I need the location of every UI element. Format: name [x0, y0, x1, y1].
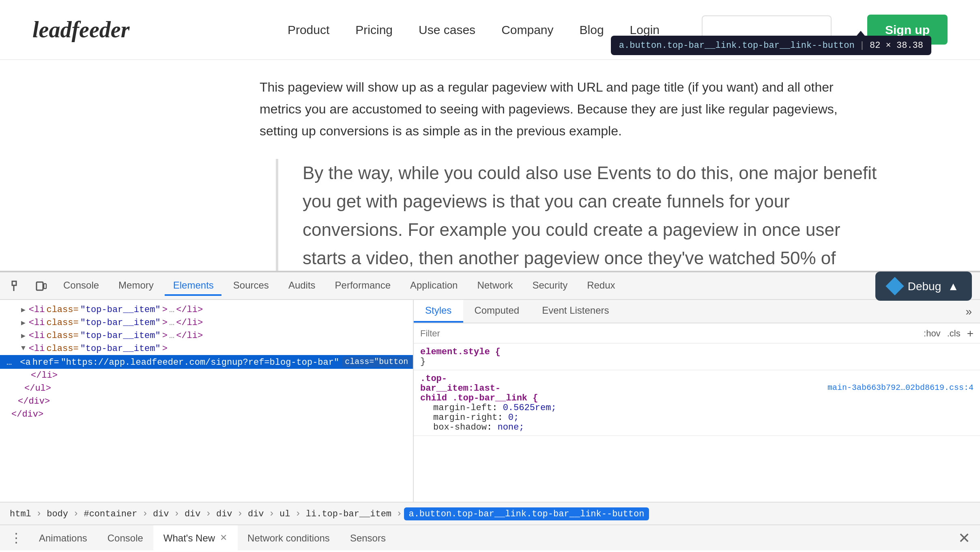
bottom-tab-whats-new[interactable]: What's New ✕: [154, 525, 238, 551]
logo: leadfeeder: [32, 17, 129, 43]
main-content: This pageview will show up as a regular …: [0, 60, 980, 271]
tab-application[interactable]: Application: [402, 276, 466, 295]
dom-triangle-3[interactable]: ▶: [21, 331, 26, 340]
dom-row-1[interactable]: ▶ <li class="top-bar__item">…</li>: [0, 303, 413, 316]
bottom-tab-sensors[interactable]: Sensors: [340, 525, 396, 551]
breadcrumb-sep-1: ›: [36, 508, 42, 519]
bottom-tabs-more[interactable]: ⋮: [3, 530, 29, 546]
nav-product[interactable]: Product: [288, 23, 329, 36]
breadcrumb-div2[interactable]: div: [181, 507, 204, 520]
dom-row-9[interactable]: </div>: [0, 408, 413, 421]
dom-row-3[interactable]: ▶ <li class="top-bar__item">…</li>: [0, 329, 413, 342]
tab-performance[interactable]: Performance: [327, 276, 399, 295]
breadcrumb-sep-9: ›: [396, 508, 402, 519]
dom-row-selected[interactable]: … <a href="https://app.leadfeeder.com/si…: [0, 355, 413, 369]
styles-tab-styles[interactable]: Styles: [414, 300, 463, 323]
svg-rect-0: [12, 281, 16, 285]
nav-use-cases[interactable]: Use cases: [419, 23, 475, 36]
tab-redux[interactable]: Redux: [579, 276, 623, 295]
dom-triangle-4[interactable]: ▼: [21, 344, 26, 353]
breadcrumb-ul[interactable]: ul: [276, 507, 293, 520]
breadcrumb-bar: html › body › #container › div › div › d…: [0, 502, 980, 524]
breadcrumb-li[interactable]: li.top-bar__item: [303, 507, 395, 520]
bottom-tab-animations[interactable]: Animations: [29, 525, 98, 551]
tab-elements[interactable]: Elements: [165, 276, 222, 295]
breadcrumb-sep-3: ›: [142, 508, 148, 519]
styles-tabs: Styles Computed Event Listeners »: [414, 300, 980, 323]
devtools-body: ▶ <li class="top-bar__item">…</li> ▶ <li…: [0, 300, 980, 502]
dom-triangle-1[interactable]: ▶: [21, 305, 26, 314]
nav-login[interactable]: Login: [630, 23, 660, 36]
elements-panel: ▶ <li class="top-bar__item">…</li> ▶ <li…: [0, 300, 414, 502]
breadcrumb-div1[interactable]: div: [150, 507, 172, 520]
breadcrumb-sep-7: ›: [269, 508, 275, 519]
navbar: leadfeeder Product Pricing Use cases Com…: [0, 0, 980, 60]
svg-rect-3: [44, 283, 46, 288]
dom-triangle-2[interactable]: ▶: [21, 318, 26, 327]
dom-row-2[interactable]: ▶ <li class="top-bar__item">…</li>: [0, 316, 413, 329]
dom-row-6[interactable]: </li>: [0, 369, 413, 382]
tab-memory[interactable]: Memory: [110, 276, 162, 295]
main-paragraph: This pageview will show up as a regular …: [260, 76, 860, 142]
breadcrumb-anchor[interactable]: a.button.top-bar__link.top-bar__link--bu…: [404, 507, 649, 520]
tooltip-size: 82 × 38.38: [870, 41, 923, 50]
breadcrumb-div4[interactable]: div: [245, 507, 267, 520]
breadcrumb-sep-6: ›: [237, 508, 243, 519]
tab-sources[interactable]: Sources: [225, 276, 277, 295]
filter-row: :hov .cls +: [414, 323, 980, 344]
nav-pricing[interactable]: Pricing: [355, 23, 393, 36]
devtools-panel: Console Memory Elements Sources Audits P…: [0, 271, 980, 550]
svg-rect-2: [37, 282, 43, 290]
tab-network[interactable]: Network: [469, 276, 521, 295]
dom-row-4[interactable]: ▼ <li class="top-bar__item">: [0, 342, 413, 355]
devtools-toolbar: Console Memory Elements Sources Audits P…: [0, 272, 980, 300]
nav-blog[interactable]: Blog: [580, 23, 604, 36]
element-tooltip: a.button.top-bar__link.top-bar__link--bu…: [611, 36, 931, 55]
inspect-icon-button[interactable]: [6, 275, 28, 296]
styles-panel: Styles Computed Event Listeners » :hov .…: [414, 300, 980, 502]
tooltip-divider: |: [860, 41, 865, 50]
debug-label: Debug: [908, 280, 941, 293]
debug-diamond-icon: [885, 277, 904, 295]
filter-add-button[interactable]: +: [967, 327, 974, 340]
breadcrumb-sep-5: ›: [206, 508, 211, 519]
nav-company[interactable]: Company: [501, 23, 553, 36]
blockquote: By the way, while you could also use Eve…: [276, 158, 883, 271]
tab-audits[interactable]: Audits: [280, 276, 324, 295]
whats-new-close-icon[interactable]: ✕: [220, 533, 227, 543]
debug-button[interactable]: Debug ▲: [875, 272, 972, 301]
style-rule-element: element.style { }: [414, 344, 980, 370]
breadcrumb-body[interactable]: body: [43, 507, 71, 520]
tooltip-selector: a.button.top-bar__link.top-bar__link--bu…: [619, 41, 855, 50]
breadcrumb-sep-4: ›: [174, 508, 180, 519]
breadcrumb-html[interactable]: html: [6, 507, 34, 520]
tab-console[interactable]: Console: [55, 276, 107, 295]
bottom-tab-network-conditions[interactable]: Network conditions: [238, 525, 340, 551]
styles-tab-event-listeners[interactable]: Event Listeners: [531, 300, 620, 323]
dom-row-7[interactable]: </ul>: [0, 382, 413, 395]
style-rule-topbar: .top- bar__item:last- main-3ab663b792…02…: [414, 370, 980, 436]
breadcrumb-sep-8: ›: [295, 508, 301, 519]
dom-row-8[interactable]: </div>: [0, 395, 413, 408]
styles-tab-computed[interactable]: Computed: [463, 300, 531, 323]
styles-filter-input[interactable]: [420, 328, 917, 338]
breadcrumb-sep-2: ›: [73, 508, 79, 519]
filter-cls-button[interactable]: .cls: [947, 328, 961, 338]
devtools-bottom-close-button[interactable]: ✕: [952, 529, 977, 547]
styles-tabs-more[interactable]: »: [957, 300, 980, 323]
filter-hov-button[interactable]: :hov: [924, 328, 941, 338]
debug-chevron-icon: ▲: [948, 280, 959, 293]
bottom-tab-console[interactable]: Console: [98, 525, 154, 551]
device-toggle-button[interactable]: [31, 275, 52, 296]
breadcrumb-container[interactable]: #container: [80, 507, 140, 520]
bottom-tabs-bar: ⋮ Animations Console What's New ✕ Networ…: [0, 524, 980, 550]
tab-security[interactable]: Security: [524, 276, 576, 295]
breadcrumb-div3[interactable]: div: [213, 507, 236, 520]
blockquote-text: By the way, while you could also use Eve…: [303, 158, 883, 271]
